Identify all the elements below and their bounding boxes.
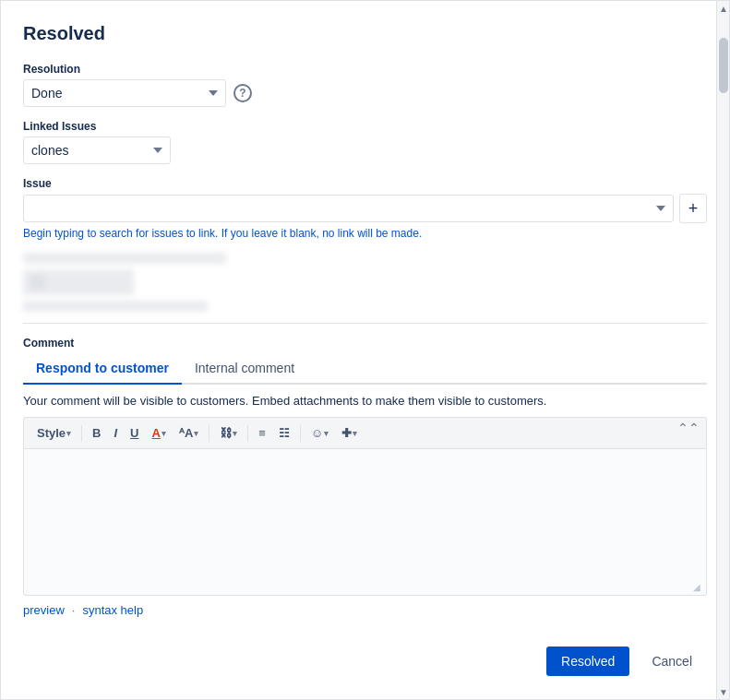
resolution-section: Resolution Done Won't Do Duplicate Canno… [23, 63, 707, 107]
more-button[interactable]: ✚ ▾ [336, 423, 363, 443]
underline-button[interactable]: U [125, 423, 144, 443]
style-button[interactable]: Style ▾ [31, 423, 77, 443]
dialog-footer: Resolved Cancel [23, 635, 707, 676]
resolved-dialog: ▲ ▼ Resolved Resolution Done Won't Do Du… [0, 0, 730, 700]
tab-internal-comment[interactable]: Internal comment [182, 353, 307, 385]
issue-label: Issue [23, 177, 707, 190]
toolbar-separator-1 [81, 425, 82, 442]
resolution-row: Done Won't Do Duplicate Cannot Reproduce… [23, 79, 707, 107]
bold-button[interactable]: B [87, 423, 106, 443]
blurred-issue-preview [23, 253, 707, 312]
color-chevron-icon: ▾ [162, 429, 166, 438]
toolbar-separator-2 [209, 425, 209, 442]
fontsize-chevron-icon: ▾ [194, 429, 198, 438]
toolbar-separator-3 [247, 425, 248, 442]
add-issue-button[interactable]: + [679, 194, 707, 223]
cancel-button[interactable]: Cancel [637, 647, 707, 676]
linked-issues-label: Linked Issues [23, 120, 707, 133]
resolution-label: Resolution [23, 63, 707, 76]
comment-visibility-hint: Your comment will be visible to customer… [23, 394, 707, 408]
comment-editor[interactable]: ◢ [23, 448, 707, 596]
issue-select[interactable] [23, 195, 674, 222]
help-icon[interactable]: ? [233, 84, 252, 102]
numbered-list-button[interactable]: ☷ [273, 423, 295, 443]
editor-toolbar: Style ▾ B I U A ▾ [23, 417, 707, 448]
separator-dot: · [72, 603, 76, 617]
comment-tabs: Respond to customer Internal comment [23, 353, 707, 385]
emoji-button[interactable]: ☺ ▾ [305, 423, 334, 443]
comment-label: Comment [23, 337, 707, 350]
italic-button[interactable]: I [108, 423, 123, 443]
tab-respond-customer[interactable]: Respond to customer [23, 353, 182, 385]
comment-divider [23, 323, 707, 324]
issue-row: + [23, 194, 707, 223]
link-chevron-icon: ▾ [233, 429, 237, 438]
scroll-up-arrow[interactable]: ▲ [717, 1, 730, 16]
scrollbar-thumb[interactable] [719, 38, 728, 93]
emoji-chevron-icon: ▾ [324, 429, 329, 438]
resolved-button[interactable]: Resolved [546, 647, 629, 676]
issue-hint: Begin typing to search for issues to lin… [23, 227, 707, 240]
link-button[interactable]: ⛓ ▾ [214, 423, 243, 443]
color-button[interactable]: A ▾ [146, 423, 171, 443]
dialog-title: Resolved [23, 23, 707, 44]
bullet-list-button[interactable]: ≡ [253, 423, 271, 443]
linked-issues-select[interactable]: clones is cloned by blocks is blocked by… [23, 136, 171, 164]
preview-link[interactable]: preview [23, 603, 65, 617]
expand-editor-button[interactable]: ⌃⌃ [677, 421, 700, 435]
comment-section: Comment Respond to customer Internal com… [23, 337, 707, 617]
editor-footer-links: preview · syntax help [23, 603, 707, 617]
more-chevron-icon: ▾ [353, 429, 357, 438]
issue-section: Issue + Begin typing to search for issue… [23, 177, 707, 240]
scroll-down-arrow[interactable]: ▼ [717, 684, 730, 699]
style-chevron-icon: ▾ [66, 429, 71, 438]
toolbar-separator-4 [300, 425, 301, 442]
syntax-help-link[interactable]: syntax help [82, 603, 143, 617]
font-size-button[interactable]: ᴬA ▾ [174, 423, 204, 443]
editor-wrapper: Style ▾ B I U A ▾ [23, 417, 707, 596]
resolution-select[interactable]: Done Won't Do Duplicate Cannot Reproduce [23, 79, 226, 107]
linked-issues-section: Linked Issues clones is cloned by blocks… [23, 120, 707, 164]
resize-handle: ◢ [693, 582, 704, 593]
scrollbar[interactable]: ▲ ▼ [716, 1, 729, 699]
